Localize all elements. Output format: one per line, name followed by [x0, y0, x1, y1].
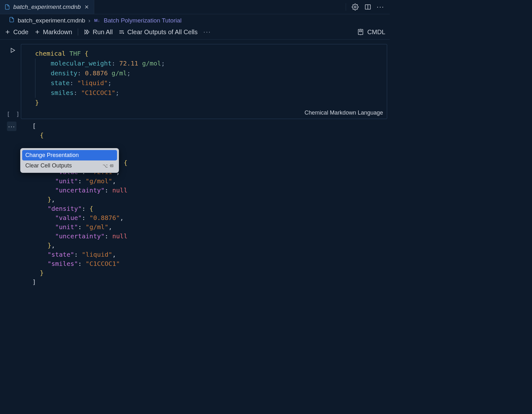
svg-rect-16 [358, 29, 363, 35]
svg-point-2 [354, 6, 356, 8]
notebook-file-icon [4, 4, 10, 10]
file-tab[interactable]: batch_experiment.cmdnb [0, 0, 94, 14]
output-more-icon[interactable]: ··· [7, 122, 16, 131]
menu-item-clear-cell-outputs[interactable]: Clear Cell Outputs ⌥ [22, 160, 117, 171]
clear-outputs-button[interactable]: Clear Outputs of All Cells [118, 28, 197, 36]
notebook-file-icon [9, 17, 15, 24]
markdown-badge-icon: M↓ [94, 18, 101, 23]
svg-marker-20 [11, 48, 15, 52]
menu-item-label: Clear Cell Outputs [25, 162, 72, 169]
svg-rect-17 [360, 30, 362, 32]
output-content: [ { , "molecular_weight": { "value": "72… [21, 122, 387, 289]
breadcrumb-symbol[interactable]: Batch Polymerization Tutorial [104, 17, 182, 24]
kernel-picker[interactable]: CMDL [357, 28, 385, 36]
tab-filename: batch_experiment.cmdnb [13, 3, 81, 10]
run-all-label: Run All [93, 28, 113, 36]
execution-indicator: [ ] [7, 111, 21, 117]
code-cell[interactable]: [ ] chemical THF { molecular_weight: 72.… [21, 44, 387, 119]
split-editor-icon[interactable] [364, 3, 371, 10]
kernel-label: CMDL [367, 28, 385, 36]
context-menu: Change Presentation Clear Cell Outputs ⌥ [20, 148, 119, 173]
tab-actions: ··· [346, 0, 390, 14]
run-all-button[interactable]: Run All [84, 28, 113, 36]
toolbar-more-icon[interactable]: ··· [203, 28, 211, 36]
add-code-button[interactable]: Code [4, 28, 28, 36]
breadcrumb: batch_experiment.cmdnb › M↓ Batch Polyme… [0, 14, 390, 26]
add-markdown-button[interactable]: Markdown [34, 28, 72, 36]
cell-output: ··· [ { , "molecular_weight": { "value":… [21, 122, 387, 289]
cell-language-label[interactable]: Chemical Markdown Language [21, 108, 387, 119]
run-cell-icon[interactable] [9, 46, 17, 54]
add-markdown-label: Markdown [43, 28, 72, 36]
code-editor[interactable]: chemical THF { molecular_weight: 72.11 g… [21, 44, 387, 108]
menu-item-shortcut: ⌥ [102, 163, 114, 169]
notebook-toolbar: Code Markdown Run All Clear Outputs of A… [0, 26, 390, 40]
add-code-label: Code [13, 28, 28, 36]
tab-bar: batch_experiment.cmdnb ··· [0, 0, 390, 14]
svg-marker-9 [85, 30, 87, 34]
gear-icon[interactable] [352, 3, 359, 10]
clear-outputs-label: Clear Outputs of All Cells [127, 28, 197, 36]
menu-item-change-presentation[interactable]: Change Presentation [22, 150, 117, 160]
breadcrumb-separator: › [88, 17, 90, 24]
more-actions-icon[interactable]: ··· [377, 3, 384, 10]
breadcrumb-file[interactable]: batch_experiment.cmdnb [18, 17, 85, 24]
close-tab-icon[interactable] [84, 4, 90, 10]
menu-item-label: Change Presentation [25, 152, 79, 159]
